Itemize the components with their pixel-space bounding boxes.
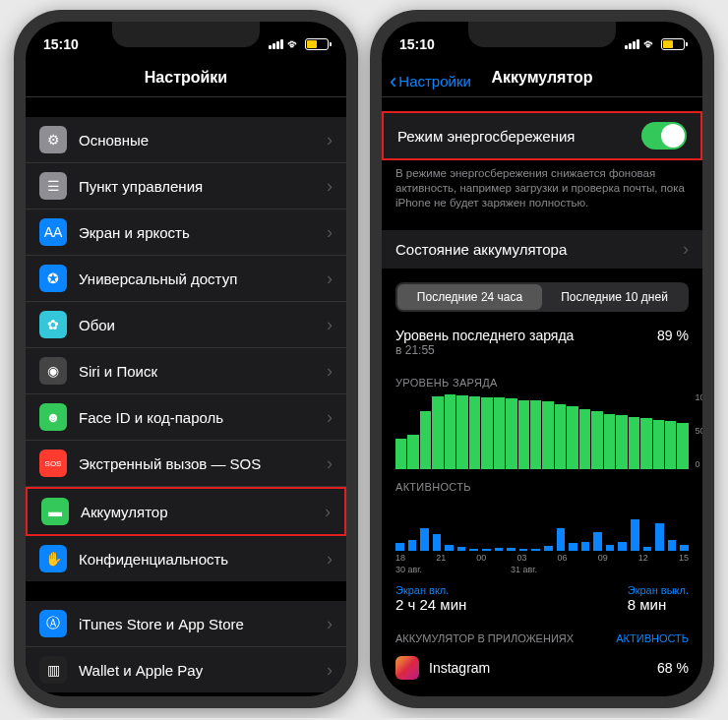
low-power-note: В режиме энергосбережения снижается фоно… (382, 160, 702, 210)
screen-off-label: Экран выкл. (628, 584, 689, 596)
settings-row-accessibility[interactable]: ✪Универсальный доступ› (26, 256, 346, 302)
settings-row-itunes[interactable]: ⒶiTunes Store и App Store› (26, 601, 346, 647)
general-icon: ⚙ (39, 126, 67, 153)
settings-row-display[interactable]: AAЭкран и яркость› (26, 210, 346, 256)
chevron-right-icon: › (327, 222, 333, 243)
chevron-right-icon: › (327, 130, 333, 150)
battery-level-chart: 100 % 50 % 0 (395, 392, 689, 469)
battery-health-row[interactable]: Состояние аккумулятора › (382, 230, 702, 269)
last-charge-row: Уровень последнего заряда в 21:55 89 % (382, 320, 702, 365)
settings-row-wallet[interactable]: ▥Wallet и Apple Pay› (26, 647, 346, 692)
accessibility-icon: ✪ (39, 265, 67, 292)
screen-on-label: Экран вкл. (395, 584, 466, 596)
settings-row-label: Универсальный доступ (79, 270, 237, 287)
settings-row-label: Аккумулятор (81, 504, 168, 520)
display-icon: AA (39, 218, 67, 246)
wifi-icon: ᯤ (643, 36, 657, 52)
chevron-right-icon: › (683, 239, 689, 260)
low-power-label: Режим энергосбережения (397, 128, 575, 145)
segment-10d[interactable]: Последние 10 дней (542, 284, 687, 310)
control-icon: ☰ (39, 172, 67, 200)
settings-row-privacy[interactable]: ✋Конфиденциальность› (26, 536, 346, 581)
clock: 15:10 (43, 36, 79, 52)
time-range-segmented[interactable]: Последние 24 часа Последние 10 дней (395, 282, 689, 312)
chevron-right-icon: › (327, 407, 333, 428)
battery-health-label: Состояние аккумулятора (395, 241, 567, 258)
back-button[interactable]: Настройки (390, 69, 471, 94)
apps-mode-toggle[interactable]: АКТИВНОСТЬ (616, 632, 689, 644)
screen-off-value: 8 мин (628, 596, 689, 613)
battery-icon: ▬ (41, 498, 69, 525)
privacy-icon: ✋ (39, 545, 67, 572)
app-icon (395, 656, 419, 680)
chevron-right-icon: › (327, 453, 333, 474)
settings-row-battery[interactable]: ▬Аккумулятор› (26, 487, 346, 536)
charge-level-header: УРОВЕНЬ ЗАРЯДА (382, 365, 702, 392)
chevron-right-icon: › (327, 660, 333, 681)
chevron-right-icon: › (327, 315, 333, 335)
low-power-toggle-row[interactable]: Режим энергосбережения (382, 111, 702, 160)
settings-row-label: iTunes Store и App Store (79, 616, 244, 632)
wallpaper-icon: ✿ (39, 311, 67, 338)
settings-row-label: Пункт управления (79, 178, 203, 195)
chevron-right-icon: › (327, 361, 333, 382)
page-title: Настройки (37, 69, 334, 87)
app-name: Instagram (429, 660, 490, 676)
navbar: Настройки (26, 61, 346, 97)
apps-section-header: АККУМУЛЯТОР В ПРИЛОЖЕНИЯХ АКТИВНОСТЬ (382, 623, 702, 648)
app-row[interactable]: Instagram68 % (382, 648, 702, 688)
last-charge-label: Уровень последнего заряда (395, 328, 574, 343)
screen-time-stats: Экран вкл. 2 ч 24 мин Экран выкл. 8 мин (382, 574, 702, 623)
itunes-icon: Ⓐ (39, 610, 67, 637)
cellular-icon (269, 39, 283, 49)
siri-icon: ◉ (39, 357, 67, 385)
navbar: Настройки Аккумулятор (382, 61, 702, 97)
app-percentage: 68 % (657, 660, 689, 676)
sos-icon: SOS (39, 450, 67, 477)
settings-row-label: Face ID и код-пароль (79, 409, 223, 426)
settings-row-label: Конфиденциальность (79, 551, 228, 568)
battery-icon (305, 38, 329, 50)
settings-row-label: Экран и яркость (79, 224, 190, 241)
last-charge-value: 89 % (657, 328, 689, 357)
screen-on-value: 2 ч 24 мин (395, 596, 466, 613)
activity-header: АКТИВНОСТЬ (382, 469, 702, 497)
chevron-right-icon: › (327, 549, 333, 570)
settings-row-sos[interactable]: SOSЭкстренный вызов — SOS› (26, 441, 346, 487)
chevron-right-icon: › (325, 502, 331, 522)
chevron-right-icon: › (327, 269, 333, 289)
chevron-right-icon: › (327, 176, 333, 197)
battery-icon (661, 38, 685, 50)
settings-row-label: Siri и Поиск (79, 363, 157, 380)
settings-row-label: Wallet и Apple Pay (79, 662, 203, 679)
settings-row-control[interactable]: ☰Пункт управления› (26, 163, 346, 210)
low-power-toggle[interactable] (641, 122, 687, 150)
x-axis-labels: 1821000306091215 (395, 553, 689, 563)
wifi-icon: ᯤ (287, 36, 301, 52)
settings-row-label: Обои (79, 317, 115, 333)
activity-chart (395, 497, 689, 551)
cellular-icon (625, 39, 639, 49)
settings-row-general[interactable]: ⚙Основные› (26, 117, 346, 163)
settings-row-label: Экстренный вызов — SOS (79, 455, 261, 472)
settings-row-siri[interactable]: ◉Siri и Поиск› (26, 348, 346, 394)
wallet-icon: ▥ (39, 656, 67, 684)
chevron-right-icon: › (327, 614, 333, 634)
faceid-icon: ☻ (39, 403, 67, 431)
segment-24h[interactable]: Последние 24 часа (397, 284, 542, 310)
settings-row-wallpaper[interactable]: ✿Обои› (26, 302, 346, 348)
settings-row-faceid[interactable]: ☻Face ID и код-пароль› (26, 394, 346, 441)
settings-row-label: Основные (79, 132, 149, 149)
clock: 15:10 (399, 36, 435, 52)
